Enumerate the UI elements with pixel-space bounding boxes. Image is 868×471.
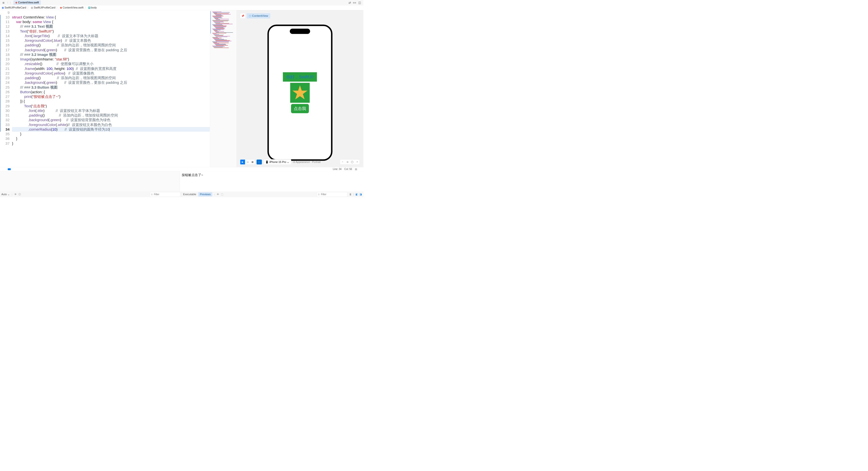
app-icon: ▣ xyxy=(2,6,4,9)
breadcrumb: ▣ SwiftUIProfileCard 〉 ▤ SwiftUIProfileC… xyxy=(0,5,363,10)
info-icon[interactable]: ⓘ xyxy=(19,193,21,196)
trash-icon[interactable]: 🗑 xyxy=(349,193,352,196)
tab-filename: ContentView.swift xyxy=(18,1,39,4)
device-selector[interactable]: 📱 iPhone 15 Pro ⌄ xyxy=(264,159,291,165)
click-me-button[interactable]: 点击我 xyxy=(291,104,309,113)
live-preview-button[interactable]: ▶ xyxy=(240,159,245,165)
line-gutter: 9101112131415161718192021222324252627282… xyxy=(1,10,12,167)
divider: | xyxy=(12,194,12,196)
panel-right-icon[interactable]: ◨ xyxy=(360,193,362,196)
divider: | xyxy=(214,194,215,196)
crumb-symbol-label: body xyxy=(91,6,97,9)
phone-icon: 📱 xyxy=(265,160,269,164)
preview-status: nt Appearance · Portrait xyxy=(293,160,320,164)
star-image xyxy=(290,83,309,103)
refresh-icon[interactable]: ⇄ xyxy=(348,1,351,4)
device-settings-button[interactable]: ⬚ xyxy=(256,159,262,165)
preview-canvas[interactable]: 你好，SwiftUI! 点击我 xyxy=(237,19,363,167)
console-filter-input[interactable] xyxy=(317,192,347,197)
chevron-right-icon: 〉 xyxy=(84,6,87,9)
executable-label[interactable]: Executable xyxy=(183,193,196,196)
main-content: 9101112131415161718192021222324252627282… xyxy=(0,10,363,167)
split-icon[interactable]: ◫ xyxy=(358,1,361,4)
crumb-project-label: SwiftUIProfileCard xyxy=(5,6,26,9)
zoom-actual-button[interactable]: ◯ xyxy=(350,159,354,165)
variables-filter-input[interactable] xyxy=(150,192,180,197)
preview-label[interactable]: ▢ ContentView xyxy=(247,13,270,19)
property-icon: P xyxy=(88,6,90,9)
minimap[interactable] xyxy=(210,10,237,167)
filter-icon: ☰ xyxy=(151,193,153,196)
forward-button[interactable]: 〉 xyxy=(9,1,12,4)
star-icon xyxy=(292,85,308,101)
chevron-right-icon: 〉 xyxy=(56,6,59,9)
bottom-toolbar: Auto ⌄ | 👁 ⓘ ☰ Executable Previews | 👁 ⬚… xyxy=(0,192,363,197)
cursor-col: Col: 56 xyxy=(344,168,352,171)
review-icon[interactable]: ≡≡ xyxy=(353,1,356,4)
eye-icon[interactable]: 👁 xyxy=(14,193,17,196)
swift-icon: ◆ xyxy=(60,6,62,9)
tab-nav: ▦ 〈 〉 xyxy=(1,1,13,4)
cursor-line: Line: 34 xyxy=(333,168,342,171)
console-output[interactable]: 按钮被点击了~ xyxy=(180,171,363,191)
folder-icon: ▤ xyxy=(31,6,33,9)
crumb-file-label: ContentView.swift xyxy=(63,6,84,9)
editor-status-bar: Line: 34 Col: 56 ▤ xyxy=(0,167,363,171)
preview-panel: 📌 ▢ ContentView 你好，SwiftUI! 点击我 xyxy=(237,10,363,167)
code-area[interactable]: struct ContentView: View { var body: som… xyxy=(12,10,210,167)
zoom-out-button[interactable]: − xyxy=(340,159,345,165)
crumb-folder-label: SwiftUIProfileCard xyxy=(34,6,55,9)
zoom-in-button[interactable]: + xyxy=(354,159,360,165)
tab-bar: ▦ 〈 〉 ◆ ContentView.swift ⇄ ≡≡ ◫ xyxy=(0,0,363,5)
pin-button[interactable]: 📌 xyxy=(240,13,245,19)
tab-contentview[interactable]: ◆ ContentView.swift xyxy=(13,0,40,5)
layout-icon[interactable]: ▤ xyxy=(355,168,357,171)
variants-grid-button[interactable]: ▦ xyxy=(250,159,255,165)
preview-label-text: ContentView xyxy=(252,14,268,18)
code-editor[interactable]: 9101112131415161718192021222324252627282… xyxy=(0,10,210,167)
auto-menu[interactable]: Auto ⌄ xyxy=(1,193,10,196)
selectable-button[interactable]: ▭ xyxy=(245,159,250,165)
chevron-down-icon: ⌄ xyxy=(287,160,289,164)
crumb-project[interactable]: ▣ SwiftUIProfileCard xyxy=(2,6,26,9)
filter-icon: ☰ xyxy=(318,193,320,196)
console-text: 按钮被点击了~ xyxy=(182,173,203,177)
svg-marker-0 xyxy=(292,85,308,99)
hello-text: 你好，SwiftUI! xyxy=(283,72,317,82)
divider: | xyxy=(353,193,354,196)
iphone-mock: 你好，SwiftUI! 点击我 xyxy=(268,25,333,161)
crumb-folder[interactable]: ▤ SwiftUIProfileCard xyxy=(31,6,55,9)
previews-pill[interactable]: Previews xyxy=(198,192,212,197)
variables-view[interactable] xyxy=(0,171,180,191)
tab-right-controls: ⇄ ≡≡ ◫ xyxy=(348,1,363,4)
eye-icon[interactable]: 👁 xyxy=(217,193,219,196)
debug-console: 按钮被点击了~ xyxy=(0,171,363,192)
crumb-symbol[interactable]: P body xyxy=(88,6,97,9)
zoom-fit-button[interactable]: ⊙ xyxy=(345,159,350,165)
crumb-file[interactable]: ◆ ContentView.swift xyxy=(60,6,84,9)
chevron-right-icon: 〉 xyxy=(27,6,30,9)
preview-label-icon: ▢ xyxy=(249,14,251,17)
device-name: iPhone 15 Pro xyxy=(270,160,286,164)
panel-left-icon[interactable]: ◧ xyxy=(355,193,358,196)
back-button[interactable]: 〈 xyxy=(6,1,8,4)
swift-icon: ◆ xyxy=(15,1,17,4)
preview-toolbar: ▶ ▭ ▦ ⬚ 📱 iPhone 15 Pro ⌄ nt Appearance … xyxy=(237,159,363,165)
related-items-icon[interactable]: ▦ xyxy=(2,1,5,4)
debug-icon[interactable]: ⬚ xyxy=(221,193,223,196)
status-indicator xyxy=(8,168,11,170)
